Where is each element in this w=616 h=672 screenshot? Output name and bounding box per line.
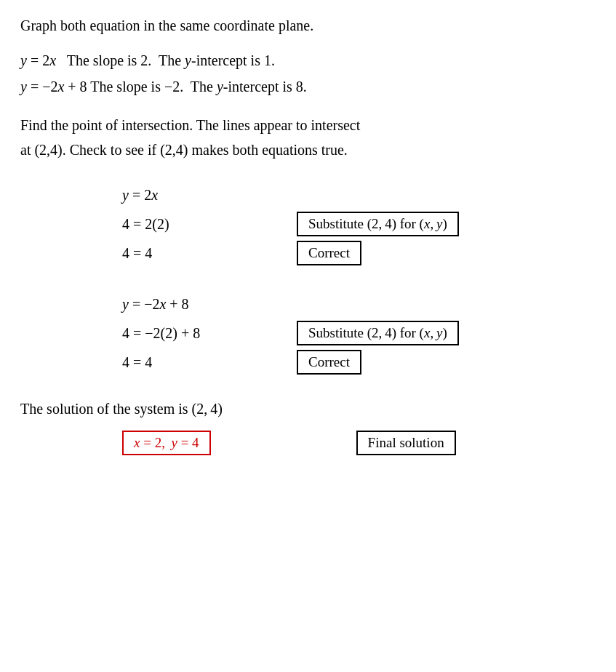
check-block-2: y = −2x + 8 4 = −2(2) + 8 Substitute (2,… (122, 292, 596, 375)
final-solution-box: Final solution (356, 431, 456, 455)
check1-equation: y = 2x (122, 187, 268, 204)
check1-result-row: 4 = 4 Correct (122, 241, 596, 265)
solution-text: The solution of the system is (2, 4) (20, 401, 596, 417)
intro-paragraph: Graph both equation in the same coordina… (20, 17, 596, 34)
check-block-1: y = 2x 4 = 2(2) Substitute (2, 4) for (x… (122, 183, 596, 265)
check1-equation-row: y = 2x (122, 183, 596, 207)
check2-equation-row: y = −2x + 8 (122, 292, 596, 316)
check2-correct-box: Correct (297, 350, 361, 375)
check2-result-row: 4 = 4 Correct (122, 350, 596, 375)
final-math-box: x = 2, y = 4 (122, 431, 211, 455)
intersection-line-2: at (2,4). Check to see if (2,4) makes bo… (20, 137, 596, 162)
check1-result: 4 = 4 (122, 245, 268, 262)
check2-equation: y = −2x + 8 (122, 296, 268, 313)
check2-result: 4 = 4 (122, 354, 268, 371)
intersection-description: Find the point of intersection. The line… (20, 113, 596, 162)
final-row: x = 2, y = 4 Final solution (122, 431, 596, 455)
check1-correct-box: Correct (297, 241, 361, 265)
check2-sub-row: 4 = −2(2) + 8 Substitute (2, 4) for (x, … (122, 321, 596, 345)
check2-sub: 4 = −2(2) + 8 (122, 325, 268, 342)
check1-sub: 4 = 2(2) (122, 216, 268, 233)
check2-substitute-box: Substitute (2, 4) for (x, y) (297, 321, 459, 345)
solution-block: The solution of the system is (2, 4) x =… (20, 401, 596, 455)
check1-sub-row: 4 = 2(2) Substitute (2, 4) for (x, y) (122, 212, 596, 236)
intro-text: Graph both equation in the same coordina… (20, 17, 313, 33)
equation-2-desc: y = −2x + 8 The slope is −2. The y-inter… (20, 73, 596, 100)
intersection-line-1: Find the point of intersection. The line… (20, 113, 596, 137)
equations-description: y = 2x The slope is 2. The y-intercept i… (20, 47, 596, 100)
check1-substitute-box: Substitute (2, 4) for (x, y) (297, 212, 459, 236)
equation-1-desc: y = 2x The slope is 2. The y-intercept i… (20, 47, 596, 73)
